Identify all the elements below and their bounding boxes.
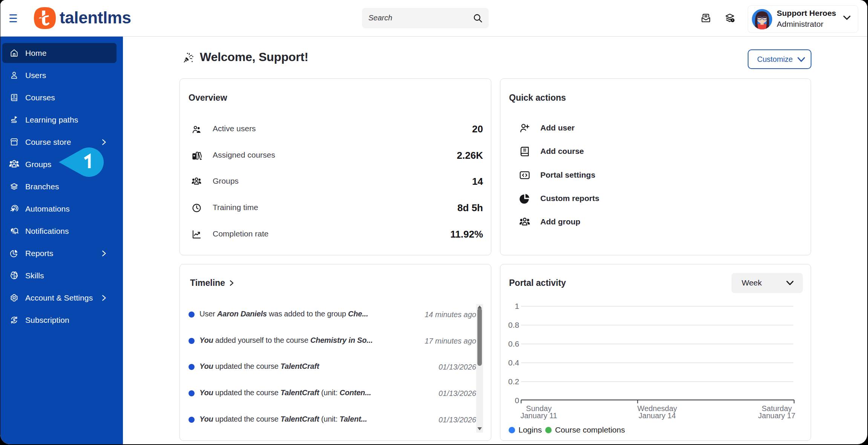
svg-text:$: $ (13, 318, 15, 322)
